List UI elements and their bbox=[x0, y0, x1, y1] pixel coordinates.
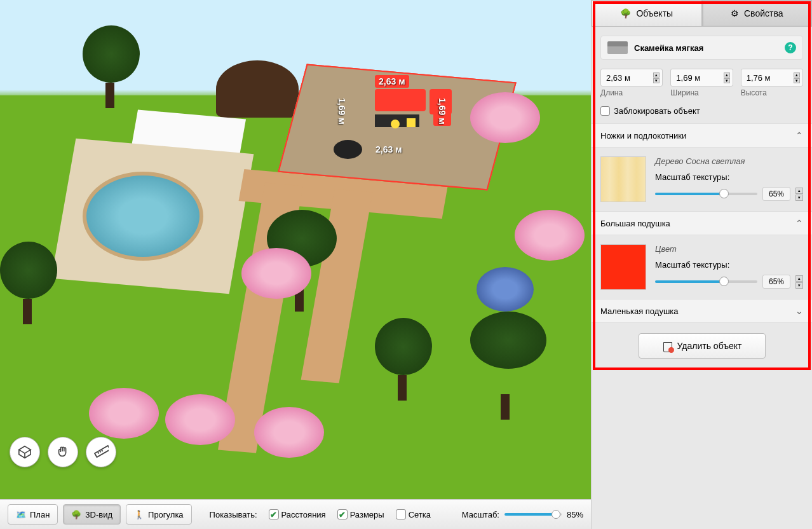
check-grid[interactable]: Сетка bbox=[396, 509, 431, 519]
bush bbox=[241, 248, 311, 299]
svg-line-1 bbox=[98, 452, 99, 454]
texture-scale-slider[interactable] bbox=[655, 193, 757, 195]
check-sizes[interactable]: ✔Размеры bbox=[337, 509, 384, 519]
dimension-label: 2,63 м bbox=[375, 75, 409, 88]
tool-buttons bbox=[10, 437, 116, 467]
tree bbox=[83, 25, 140, 108]
check-distances[interactable]: ✔Расстояния bbox=[269, 509, 326, 519]
pool bbox=[83, 172, 203, 261]
svg-line-2 bbox=[100, 451, 101, 453]
scale-value: 85% bbox=[567, 510, 583, 519]
round-table[interactable] bbox=[334, 140, 362, 159]
checkbox-icon: ✔ bbox=[337, 509, 348, 519]
highlight-frame bbox=[593, 1, 811, 370]
bush bbox=[470, 92, 540, 143]
slider-thumb[interactable] bbox=[551, 510, 560, 519]
view-walk-button[interactable]: 🚶Прогулка bbox=[126, 504, 192, 525]
bush bbox=[165, 394, 235, 445]
pan-tool-button[interactable] bbox=[48, 437, 78, 467]
view-plan-button[interactable]: 🗺️План bbox=[8, 504, 58, 525]
svg-rect-0 bbox=[95, 446, 109, 457]
scene: 2,63 м 2,63 м 1,69 м 1,69 м bbox=[0, 0, 591, 499]
walk-icon: 🚶 bbox=[134, 510, 144, 519]
checkbox-icon bbox=[396, 509, 406, 519]
bush bbox=[477, 267, 534, 312]
gizmo-square[interactable] bbox=[407, 118, 416, 127]
tree bbox=[470, 312, 546, 420]
gizmo-circle[interactable] bbox=[391, 120, 400, 128]
bush bbox=[254, 407, 324, 458]
scale-label: Масштаб: bbox=[462, 510, 499, 519]
bottom-bar: 🗺️План 🌳3D-вид 🚶Прогулка Показывать: ✔Ра… bbox=[0, 499, 591, 529]
scale-control: Масштаб: 85% bbox=[462, 510, 583, 519]
dimension-label: 2,63 м bbox=[372, 143, 406, 156]
tree bbox=[0, 242, 57, 324]
dimension-label: 1,69 м bbox=[333, 97, 351, 126]
gazebo bbox=[216, 60, 299, 118]
properties-panel: 🌳Объекты ⚙Свойства Скамейка мягкая ? 2,6… bbox=[591, 0, 812, 529]
orbit-tool-button[interactable] bbox=[10, 437, 40, 467]
texture-scale-slider[interactable] bbox=[655, 280, 757, 283]
plan-icon: 🗺️ bbox=[16, 510, 26, 519]
bush bbox=[515, 210, 585, 261]
show-label: Показывать: bbox=[210, 510, 257, 519]
dimension-label: 1,69 м bbox=[433, 97, 451, 126]
svg-line-3 bbox=[102, 450, 103, 452]
viewport-3d[interactable]: 2,63 м 2,63 м 1,69 м 1,69 м bbox=[0, 0, 591, 499]
view3d-icon: 🌳 bbox=[71, 510, 81, 519]
scale-slider[interactable] bbox=[504, 513, 562, 516]
sofa-object[interactable] bbox=[375, 89, 426, 111]
trash-icon bbox=[662, 340, 672, 352]
view-3d-button[interactable]: 🌳3D-вид bbox=[63, 504, 121, 525]
checkbox-icon: ✔ bbox=[269, 509, 279, 519]
bush bbox=[89, 388, 159, 439]
measure-tool-button[interactable] bbox=[86, 437, 116, 467]
tree bbox=[375, 318, 432, 401]
